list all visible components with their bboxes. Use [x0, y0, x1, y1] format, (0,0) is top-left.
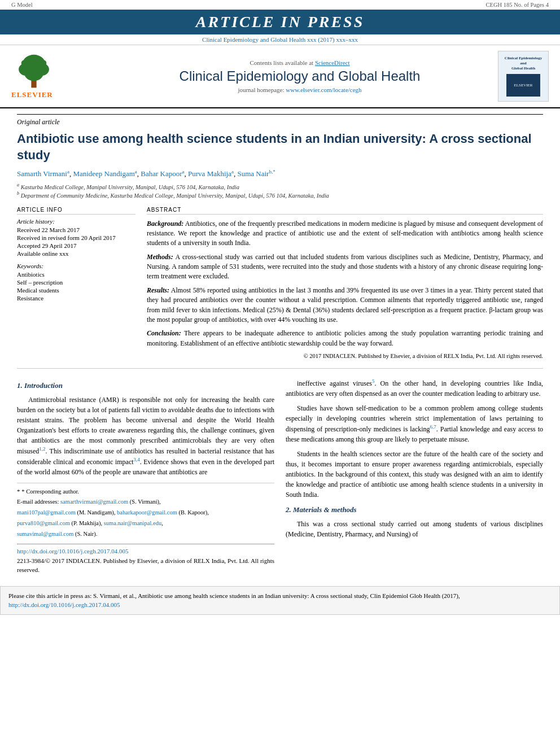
- body-two-col: 1. Introduction Antimicrobial resistance…: [17, 378, 543, 575]
- author-4-sup: a: [231, 169, 234, 174]
- abstract-background: Background: Antibiotics, one of the freq…: [147, 219, 543, 248]
- conclusion-label: Conclusion:: [147, 329, 181, 337]
- info-abstract-layout: ARTICLE INFO Article history: Received 2…: [17, 207, 543, 360]
- intro-para-3: Studies have shown self-medication to be…: [286, 403, 543, 444]
- keywords-label: Keywords:: [17, 263, 135, 269]
- email-virmani[interactable]: samarthvirmani@gmail.com: [60, 499, 128, 505]
- abstract-column: ABSTRACT Background: Antibiotics, one of…: [147, 207, 543, 360]
- article-dates: Received 22 March 2017 Received in revis…: [17, 226, 135, 257]
- gmodel-label: G Model: [11, 2, 33, 8]
- received-date: Received 22 March 2017: [17, 226, 135, 233]
- author-3: Bahar Kapoor: [141, 170, 182, 178]
- keyword-1: Antibiotics: [17, 271, 135, 278]
- cegh-label: CEGH 185 No. of Pages 4: [486, 2, 549, 8]
- contents-label: Contents lists available at: [250, 59, 313, 66]
- background-label: Background:: [147, 220, 183, 228]
- section-divider-1: [17, 368, 543, 369]
- footnote-email-4: sumavimal@gmail.com (S. Nair).: [17, 530, 274, 539]
- footnote-email-2: mani107pal@gmail.com (M. Nandigam), baha…: [17, 508, 274, 517]
- article-info-title: ARTICLE INFO: [17, 207, 135, 215]
- article-history-label: Article history:: [17, 218, 135, 225]
- journal-logo-area: ELSEVIER: [11, 54, 102, 99]
- email-kapoor[interactable]: baharkapoor@gmail.com: [117, 509, 177, 516]
- abstract-results: Results: Almost 58% reported using antib…: [147, 286, 543, 325]
- ref-sup-5: 5: [372, 378, 375, 384]
- journal-ref-bar: Clinical Epidemiology and Global Health …: [0, 34, 560, 45]
- homepage-label: journal homepage:: [238, 86, 284, 93]
- keyword-2: Self – prescription: [17, 279, 135, 286]
- affil-a-sup: a: [17, 182, 19, 187]
- author-1: Samarth Virmani: [17, 170, 67, 178]
- author-4: Purva Makhija: [188, 170, 231, 178]
- author-5-sup: b,*: [269, 169, 275, 174]
- elsevier-logo: ELSEVIER: [11, 54, 102, 99]
- author-3-sup: a: [182, 169, 185, 174]
- author-2-sup: a: [135, 169, 137, 174]
- revised-date: Received in revised form 20 April 2017: [17, 234, 135, 241]
- abstract-conclusion: Conclusion: There appears to be inadequa…: [147, 329, 543, 348]
- footnote-asterisk: *: [17, 488, 21, 495]
- footnote-email-3: purva810@gmail.com (P. Makhija), suma.na…: [17, 519, 274, 528]
- keyword-4: Resistance: [17, 295, 135, 302]
- email-nandigam[interactable]: mani107pal@gmail.com: [17, 509, 76, 516]
- abstract-methods: Methods: A cross-sectional study was car…: [147, 252, 543, 282]
- authors-line: Samarth Virmania, Manideep Nandigama, Ba…: [17, 169, 543, 178]
- journal-ref-text: Clinical Epidemiology and Global Health …: [202, 36, 358, 43]
- journal-header: ELSEVIER Contents lists available at Sci…: [0, 45, 560, 108]
- journal-thumbnail: Clinical EpidemiologyandGlobal Health EL…: [498, 51, 549, 102]
- citation-box: Please cite this article in press as: S.…: [0, 586, 560, 615]
- article-title: Antibiotic use among health science stud…: [17, 131, 543, 163]
- ref-sup-2: 3,4: [134, 457, 140, 462]
- accepted-date: Accepted 29 April 2017: [17, 242, 135, 249]
- citation-text: Please cite this article in press as: S.…: [8, 592, 460, 599]
- body-left-col: 1. Introduction Antimicrobial resistance…: [17, 378, 274, 575]
- doi-link-line: http://dx.doi.org/10.1016/j.cegh.2017.04…: [17, 547, 274, 556]
- intro-heading: 1. Introduction: [17, 380, 274, 391]
- methods-label: Methods:: [147, 253, 173, 261]
- email-nair-2[interactable]: sumavimal@gmail.com: [17, 531, 73, 537]
- article-info-column: ARTICLE INFO Article history: Received 2…: [17, 207, 135, 360]
- footnote-corresponding: * * Corresponding author.: [17, 487, 274, 496]
- journal-homepage: journal homepage: www.elsevier.com/locat…: [102, 86, 498, 93]
- email-label: E-mail addresses:: [17, 499, 59, 505]
- methods-heading: 2. Materials & methods: [286, 504, 543, 516]
- affiliation-a: a Kasturba Medical College, Manipal Univ…: [17, 182, 543, 190]
- svg-point-5: [21, 60, 28, 66]
- available-date: Available online xxx: [17, 250, 135, 257]
- elsevier-text: ELSEVIER: [11, 90, 53, 99]
- methods-text: A cross-sectional study was carried out …: [147, 253, 543, 281]
- intro-para-4: Students in the health sciences sector a…: [286, 449, 543, 500]
- homepage-url[interactable]: www.elsevier.com/locate/cegh: [286, 86, 361, 93]
- intro-para-1: Antimicrobial resistance (AMR) is respon…: [17, 395, 274, 477]
- author-1-sup: a: [67, 169, 69, 174]
- journal-center: Contents lists available at ScienceDirec…: [102, 59, 498, 93]
- affil-b-sup: b: [17, 191, 19, 196]
- citation-doi-link[interactable]: http://dx.doi.org/10.1016/j.cegh.2017.04…: [8, 601, 120, 608]
- article-body: Original article Antibiotic use among he…: [0, 108, 560, 580]
- keyword-3: Medical students: [17, 287, 135, 294]
- footnotes-area: * * Corresponding author. E-mail address…: [17, 483, 274, 539]
- copyright-footer: 2213-3984/© 2017 INDIACLEN. Published by…: [17, 556, 274, 575]
- affil-a-text: Kasturba Medical College, Manipal Univer…: [21, 184, 239, 190]
- article-type: Original article: [17, 114, 543, 126]
- body-right-col: ineffective against viruses5. On the oth…: [286, 378, 543, 575]
- article-in-press-banner: ARTICLE IN PRESS: [0, 10, 560, 34]
- keywords-section: Keywords: Antibiotics Self – prescriptio…: [17, 263, 135, 302]
- gmodel-line: G Model CEGH 185 No. of Pages 4: [0, 0, 560, 10]
- svg-point-4: [24, 66, 43, 81]
- email-nair-1[interactable]: suma.nair@manipal.edu: [104, 520, 161, 526]
- doi-footer: http://dx.doi.org/10.1016/j.cegh.2017.04…: [17, 544, 274, 575]
- affil-b-text: Department of Community Medicine, Kastur…: [21, 193, 329, 199]
- background-text: Antibiotics, one of the frequently presc…: [147, 220, 543, 247]
- banner-text: ARTICLE IN PRESS: [196, 13, 365, 30]
- results-label: Results:: [147, 286, 169, 294]
- sciencedirect-link[interactable]: ScienceDirect: [315, 59, 350, 66]
- abstract-copyright: © 2017 INDIACLEN. Published by Elsevier,…: [147, 353, 543, 359]
- ref-sup-67: 6,7: [430, 424, 436, 430]
- conclusion-text: There appears to be inadequate adherence…: [147, 329, 543, 347]
- doi-link[interactable]: http://dx.doi.org/10.1016/j.cegh.2017.04…: [17, 548, 128, 554]
- email-makhija[interactable]: purva810@gmail.com: [17, 520, 70, 526]
- footnote-emails: E-mail addresses: samarthvirmani@gmail.c…: [17, 497, 274, 506]
- thumb-cover-text: ELSEVIER: [514, 83, 532, 88]
- thumb-cover: ELSEVIER: [506, 74, 540, 97]
